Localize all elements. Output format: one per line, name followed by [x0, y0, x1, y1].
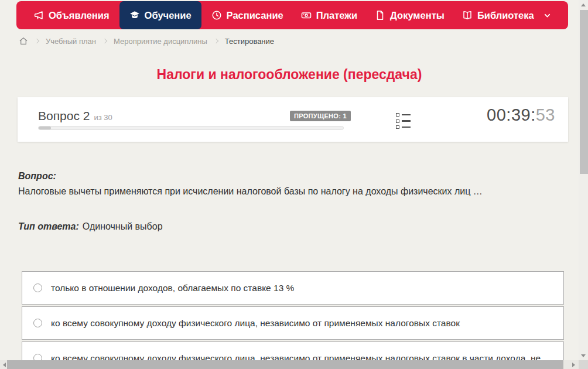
answer-option-1[interactable]: только в отношении доходов, облагаемых п… [22, 271, 564, 305]
scrollbar-corner [579, 360, 588, 369]
answer-type-value: Одиночный выбор [83, 221, 163, 231]
answer-type-row: Тип ответа:Одиночный выбор [18, 221, 163, 232]
page-title: Налоги и налогообложение (пересдача) [0, 67, 579, 83]
graduation-cap-icon [129, 10, 140, 20]
nav-item-label: Обучение [145, 10, 192, 21]
nav-item-label: Объявления [49, 10, 110, 21]
answer-type-label: Тип ответа: [18, 221, 79, 231]
horizontal-scrollbar[interactable] [0, 360, 579, 369]
nav-item-library[interactable]: Библиотека [454, 1, 556, 29]
breadcrumb: Учебный план Мероприятие дисциплины Тест… [19, 36, 274, 46]
list-icon-row [396, 125, 411, 129]
nav-item-documents[interactable]: Документы [367, 1, 452, 29]
nav-item-label: Документы [390, 10, 445, 21]
timer: 00:39:53 [487, 105, 555, 125]
payments-icon [301, 10, 312, 20]
list-icon-row [396, 113, 411, 117]
chevron-right-icon [35, 38, 39, 43]
breadcrumb-link-curriculum[interactable]: Учебный план [46, 37, 96, 46]
radio-icon[interactable] [33, 319, 42, 327]
question-list-icon[interactable] [396, 113, 411, 129]
vertical-scrollbar[interactable] [579, 0, 588, 360]
nav-item-label: Платежи [316, 10, 357, 21]
progress-bar [38, 126, 344, 130]
list-icon-row [396, 119, 411, 123]
scroll-down-icon[interactable] [579, 351, 588, 360]
horizontal-scroll-thumb[interactable] [7, 360, 563, 369]
breadcrumb-link-discipline-event[interactable]: Мероприятие дисциплины [114, 37, 207, 46]
option-label: ко всему совокупному доходу физического … [51, 318, 460, 329]
scroll-right-icon[interactable] [569, 360, 577, 369]
scroll-up-icon[interactable] [579, 0, 588, 9]
question-counter: из 30 [94, 113, 112, 122]
nav-item-payments[interactable]: Платежи [293, 1, 365, 29]
chevron-right-icon [102, 38, 107, 43]
breadcrumb-current-testing: Тестирование [225, 37, 274, 46]
timer-hours-minutes: 00:39: [487, 105, 536, 124]
main-navigation: Объявления Обучение Расписание Платежи Д… [16, 1, 568, 29]
chevron-down-icon [541, 12, 549, 19]
progress-fill [39, 127, 51, 129]
library-book-icon [462, 10, 473, 20]
nav-item-training[interactable]: Обучение [119, 1, 201, 29]
answer-option-2[interactable]: ко всему совокупному доходу физического … [22, 306, 564, 340]
answer-options: только в отношении доходов, облагаемых п… [22, 271, 564, 369]
clock-icon [211, 10, 222, 20]
radio-icon[interactable] [33, 283, 42, 292]
timer-seconds: 53 [536, 105, 555, 124]
home-icon[interactable] [19, 36, 28, 46]
option-label: только в отношении доходов, облагаемых п… [51, 283, 294, 293]
nav-item-announcements[interactable]: Объявления [26, 1, 117, 29]
question-label: Вопрос: [18, 171, 56, 182]
question-text: Налоговые вычеты применяются при исчисле… [18, 186, 545, 197]
nav-item-label: Библиотека [477, 10, 534, 21]
question-number-text: Вопрос 2 [38, 109, 90, 122]
vertical-scroll-thumb[interactable] [580, 10, 588, 174]
nav-item-schedule[interactable]: Расписание [204, 1, 291, 29]
quiz-header-card: Вопрос 2из 30 ПРОПУЩЕНО: 1 00:39:53 [18, 97, 568, 142]
question-number: Вопрос 2из 30 [38, 109, 112, 123]
chevron-right-icon [214, 38, 218, 43]
nav-item-label: Расписание [227, 10, 283, 21]
megaphone-icon [33, 10, 44, 20]
document-icon [375, 10, 385, 20]
skipped-badge: ПРОПУЩЕНО: 1 [290, 111, 351, 121]
